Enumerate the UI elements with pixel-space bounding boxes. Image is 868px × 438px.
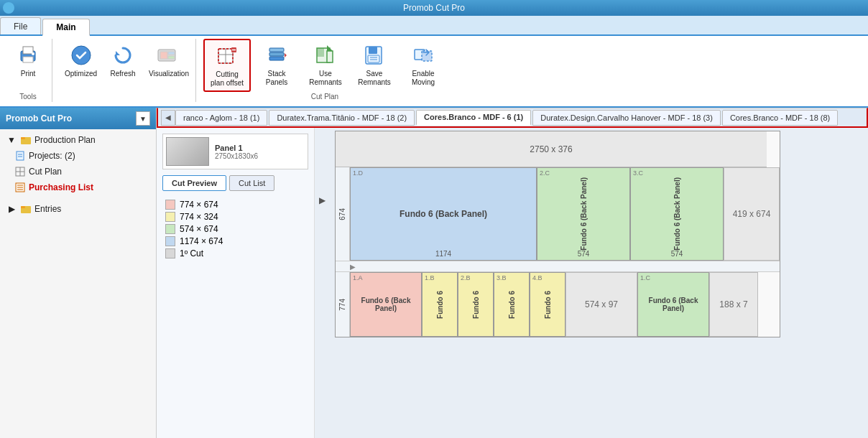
panel-name: Panel 1: [215, 144, 258, 152]
svg-point-4: [72, 46, 91, 65]
legend-color-b: [165, 212, 175, 222]
svg-rect-7: [160, 52, 167, 59]
stack-panels-button[interactable]: Stack Panels: [254, 39, 300, 90]
svg-rect-1: [23, 47, 33, 54]
waste-row2-1: 574 x 97: [565, 272, 637, 337]
sheet-diagram: 2750 x 376 674 1.D Fu: [335, 131, 780, 337]
cut-area: Panel 1 2750x1830x6 Cut Preview Cut List…: [157, 128, 868, 438]
tab-file[interactable]: File: [0, 17, 41, 34]
svg-rect-18: [269, 48, 284, 52]
legend-label-d: 1174 × 674: [180, 236, 223, 246]
main-content: Promob Cut Pro ▼ ▼ Production Plan Proje…: [0, 108, 868, 438]
enable-moving-button[interactable]: Enable Moving: [400, 39, 446, 90]
stack-panels-label: Stack Panels: [259, 70, 295, 87]
save-remnants-label: Save Remnants: [356, 70, 392, 87]
panel-preview: [166, 137, 209, 166]
cutting-icon: [214, 43, 240, 69]
visualization-button[interactable]: Visualization: [144, 39, 190, 82]
ribbon-buttons-view: Optimized Refresh: [60, 39, 190, 101]
sidebar-tree: ▼ Production Plan Projects: (2) Cut Plan: [0, 129, 156, 438]
sidebar-item-entries[interactable]: ▶ Entries: [0, 201, 156, 217]
production-plan-label: Production Plan: [34, 135, 96, 145]
row2-label: 774: [336, 272, 350, 337]
legend-color-d: [165, 236, 175, 246]
cut-buttons: Cut Preview Cut List: [162, 175, 308, 191]
save-remnants-button[interactable]: Save Remnants: [351, 39, 397, 90]
panel-3b: 3.B Fundo 6: [494, 272, 530, 337]
sidebar-item-production-plan[interactable]: ▼ Production Plan: [0, 132, 156, 148]
cutting-plan-offset-button[interactable]: Cutting plan offset: [203, 39, 251, 92]
legend: 774 × 674 774 × 324 574 × 674 1174 × 674: [162, 197, 308, 261]
ribbon-buttons-tools: Print: [10, 39, 46, 93]
row1-label: 674: [336, 167, 350, 261]
sidebar-item-cut-plan[interactable]: Cut Plan: [0, 164, 156, 180]
sheet-tabs-container: ◀ ranco - Aglom - 18 (1) Duratex.Trama.T…: [157, 108, 868, 128]
sheet-tab-5[interactable]: Cores.Branco - MDF - 18 (8): [722, 110, 838, 126]
refresh-icon: [110, 42, 136, 68]
print-label: Print: [21, 70, 36, 78]
print-button[interactable]: Print: [10, 39, 46, 82]
cutting-diagram[interactable]: ▶ 2750 x 376 674: [315, 128, 868, 438]
svg-rect-33: [17, 152, 24, 160]
legend-color-a: [165, 200, 175, 210]
tools-group-label: Tools: [19, 93, 36, 102]
app-title: Promob Cut Pro: [403, 3, 465, 13]
panel-1c-row2: 1.C Fundo 6 (Back Panel): [637, 272, 709, 337]
svg-marker-5: [116, 51, 120, 55]
ribbon-group-tools: Print Tools: [4, 39, 52, 102]
sheet-tab-2[interactable]: Duratex.Trama.Titânio - MDF - 18 (2): [269, 110, 415, 126]
enable-moving-icon: [410, 42, 436, 68]
save-remnants-icon: [361, 42, 387, 68]
visualization-icon: [154, 42, 180, 68]
use-remnants-button[interactable]: Use Remnants: [303, 39, 348, 90]
optimized-button[interactable]: Optimized: [60, 39, 102, 82]
panel-details: Panel 1 2750x1830x6: [215, 144, 258, 160]
panel-1b: 1.B Fundo 6: [422, 272, 458, 337]
sheet-tab-3[interactable]: Cores.Branco - MDF - 6 (1): [416, 110, 531, 126]
sidebar-filter-button[interactable]: ▼: [136, 111, 150, 126]
legend-label-c: 574 × 674: [180, 224, 218, 234]
cut-plan-group-label: Cut Plan: [311, 93, 338, 102]
folder-icon: [20, 134, 32, 146]
tab-main[interactable]: Main: [42, 19, 89, 36]
svg-rect-44: [21, 206, 25, 208]
use-remnants-label: Use Remnants: [308, 70, 343, 87]
stack-icon: [264, 42, 290, 68]
ribbon: Print Tools Optimized: [0, 36, 868, 108]
sidebar-item-projects[interactable]: Projects: (2): [0, 148, 156, 164]
svg-rect-17: [269, 52, 284, 56]
sidebar-title: Promob Cut Pro: [6, 113, 72, 124]
expand-icon: ▼: [6, 134, 17, 146]
waste-top: 2750 x 376: [336, 131, 767, 167]
legend-color-e: [165, 248, 175, 258]
svg-rect-9: [168, 56, 175, 59]
svg-rect-21: [317, 48, 324, 57]
row2: 774 1.A Fundo 6 (Back Panel) 1.B Fundo 6: [336, 272, 780, 337]
cut-preview-button[interactable]: Cut Preview: [162, 175, 226, 191]
enable-moving-label: Enable Moving: [405, 70, 441, 87]
svg-rect-23: [327, 51, 333, 62]
visualization-label: Visualization: [149, 70, 185, 78]
doc-icon: [14, 150, 26, 162]
waste-row2-right: 188 x 7: [709, 272, 758, 337]
legend-label-e: 1º Cut: [180, 248, 203, 258]
legend-item-b: 774 × 324: [165, 212, 305, 222]
ribbon-group-cutplan: Cutting plan offset Stack Panels: [198, 39, 452, 102]
optimized-icon: [68, 42, 94, 68]
legend-item-d: 1174 × 674: [165, 236, 305, 246]
panel-1a: 1.A Fundo 6 (Back Panel): [350, 272, 422, 337]
panel-3c: 3.C Fundo 6 (Back Panel) 574: [630, 167, 724, 261]
entries-label: Entries: [34, 204, 61, 214]
sheet-tab-1[interactable]: ranco - Aglom - 18 (1): [175, 110, 267, 126]
ribbon-buttons-cutplan: Cutting plan offset Stack Panels: [203, 39, 446, 93]
sidebar-item-purchasing-list[interactable]: Purchasing List: [0, 180, 156, 195]
refresh-button[interactable]: Refresh: [105, 39, 141, 82]
purchasing-list-label: Purchasing List: [29, 182, 93, 192]
tabs-scroll-left[interactable]: ◀: [161, 110, 175, 126]
scroll-indicator: ▶: [319, 195, 326, 205]
panel-info: Panel 1 2750x1830x6 Cut Preview Cut List…: [157, 128, 315, 438]
legend-label-b: 774 × 324: [180, 212, 218, 222]
cut-list-button[interactable]: Cut List: [229, 175, 274, 191]
list-icon: [14, 182, 26, 193]
sheet-tab-4[interactable]: Duratex.Design.Carvalho Hanover - MDF - …: [532, 110, 721, 126]
